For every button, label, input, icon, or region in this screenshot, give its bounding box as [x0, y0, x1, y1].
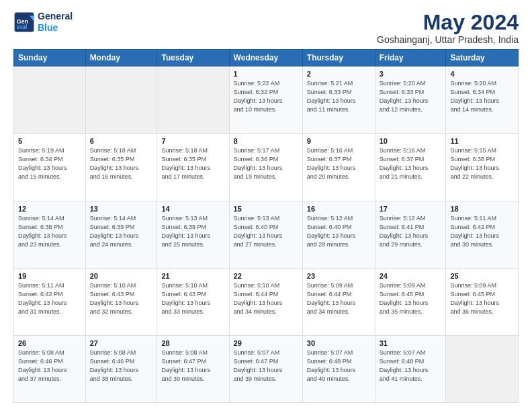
day-number: 20	[90, 272, 153, 280]
cell-info: Sunrise: 5:14 AM Sunset: 6:39 PM Dayligh…	[90, 214, 153, 249]
day-number: 23	[307, 272, 371, 280]
day-number: 7	[161, 137, 224, 145]
cell-info: Sunrise: 5:21 AM Sunset: 6:33 PM Dayligh…	[307, 79, 371, 114]
cell-info: Sunrise: 5:16 AM Sunset: 6:37 PM Dayligh…	[307, 146, 371, 181]
cell-info: Sunrise: 5:08 AM Sunset: 6:47 PM Dayligh…	[161, 349, 224, 383]
calendar-cell: 2Sunrise: 5:21 AM Sunset: 6:33 PM Daylig…	[302, 66, 375, 134]
day-number: 15	[234, 205, 298, 213]
cell-info: Sunrise: 5:10 AM Sunset: 6:43 PM Dayligh…	[161, 281, 224, 316]
logo-text: General Blue	[38, 11, 73, 34]
column-header-saturday: Saturday	[446, 50, 519, 66]
calendar-cell: 10Sunrise: 5:16 AM Sunset: 6:37 PM Dayli…	[375, 134, 446, 201]
column-header-thursday: Thursday	[302, 50, 375, 66]
calendar-cell: 17Sunrise: 5:12 AM Sunset: 6:41 PM Dayli…	[375, 201, 446, 268]
column-header-sunday: Sunday	[14, 50, 86, 66]
week-row-2: 5Sunrise: 5:19 AM Sunset: 6:34 PM Daylig…	[14, 134, 519, 201]
header: Gen eral General Blue May 2024 Goshainga…	[13, 11, 519, 45]
calendar-cell: 25Sunrise: 5:09 AM Sunset: 6:45 PM Dayli…	[446, 268, 519, 335]
day-number: 16	[307, 205, 371, 213]
main-title: May 2024	[377, 11, 519, 34]
day-number: 17	[380, 205, 442, 213]
calendar-cell: 18Sunrise: 5:11 AM Sunset: 6:42 PM Dayli…	[446, 201, 519, 268]
calendar-cell: 5Sunrise: 5:19 AM Sunset: 6:34 PM Daylig…	[14, 134, 86, 201]
calendar-cell	[446, 335, 519, 402]
day-number: 22	[234, 272, 298, 280]
cell-info: Sunrise: 5:09 AM Sunset: 6:45 PM Dayligh…	[380, 281, 442, 316]
week-row-3: 12Sunrise: 5:14 AM Sunset: 6:38 PM Dayli…	[14, 201, 519, 268]
cell-info: Sunrise: 5:14 AM Sunset: 6:38 PM Dayligh…	[18, 214, 81, 249]
calendar-cell: 31Sunrise: 5:07 AM Sunset: 6:48 PM Dayli…	[375, 335, 446, 402]
cell-info: Sunrise: 5:11 AM Sunset: 6:42 PM Dayligh…	[450, 214, 514, 249]
calendar-cell: 13Sunrise: 5:14 AM Sunset: 6:39 PM Dayli…	[85, 201, 157, 268]
calendar-table: SundayMondayTuesdayWednesdayThursdayFrid…	[13, 49, 519, 403]
cell-info: Sunrise: 5:18 AM Sunset: 6:35 PM Dayligh…	[90, 146, 153, 181]
day-number: 24	[380, 272, 442, 280]
cell-info: Sunrise: 5:07 AM Sunset: 6:48 PM Dayligh…	[380, 349, 442, 383]
calendar-cell: 22Sunrise: 5:10 AM Sunset: 6:44 PM Dayli…	[229, 268, 302, 335]
day-number: 9	[307, 137, 371, 145]
day-number: 28	[161, 339, 224, 347]
cell-info: Sunrise: 5:20 AM Sunset: 6:34 PM Dayligh…	[450, 79, 514, 114]
day-number: 30	[307, 339, 371, 347]
day-number: 4	[450, 70, 514, 78]
calendar-cell: 11Sunrise: 5:15 AM Sunset: 6:38 PM Dayli…	[446, 134, 519, 201]
calendar-cell: 9Sunrise: 5:16 AM Sunset: 6:37 PM Daylig…	[302, 134, 375, 201]
day-number: 8	[234, 137, 298, 145]
cell-info: Sunrise: 5:10 AM Sunset: 6:44 PM Dayligh…	[234, 281, 298, 316]
cell-info: Sunrise: 5:13 AM Sunset: 6:39 PM Dayligh…	[161, 214, 224, 249]
column-header-wednesday: Wednesday	[229, 50, 302, 66]
title-block: May 2024 Goshainganj, Uttar Pradesh, Ind…	[377, 11, 519, 45]
calendar-cell: 1Sunrise: 5:22 AM Sunset: 6:32 PM Daylig…	[229, 66, 302, 134]
cell-info: Sunrise: 5:12 AM Sunset: 6:41 PM Dayligh…	[380, 214, 442, 249]
calendar-cell: 27Sunrise: 5:08 AM Sunset: 6:46 PM Dayli…	[85, 335, 157, 402]
logo-icon: Gen eral	[13, 11, 35, 33]
cell-info: Sunrise: 5:19 AM Sunset: 6:34 PM Dayligh…	[18, 146, 81, 181]
calendar-body: 1Sunrise: 5:22 AM Sunset: 6:32 PM Daylig…	[14, 66, 519, 403]
calendar-cell: 6Sunrise: 5:18 AM Sunset: 6:35 PM Daylig…	[85, 134, 157, 201]
svg-text:eral: eral	[17, 24, 28, 30]
calendar-cell: 3Sunrise: 5:20 AM Sunset: 6:33 PM Daylig…	[375, 66, 446, 134]
cell-info: Sunrise: 5:11 AM Sunset: 6:42 PM Dayligh…	[18, 281, 81, 316]
day-number: 3	[380, 70, 442, 78]
calendar-header: SundayMondayTuesdayWednesdayThursdayFrid…	[14, 50, 519, 66]
calendar-cell: 24Sunrise: 5:09 AM Sunset: 6:45 PM Dayli…	[375, 268, 446, 335]
cell-info: Sunrise: 5:22 AM Sunset: 6:32 PM Dayligh…	[234, 79, 298, 114]
calendar-cell: 30Sunrise: 5:07 AM Sunset: 6:48 PM Dayli…	[302, 335, 375, 402]
calendar-cell: 23Sunrise: 5:09 AM Sunset: 6:44 PM Dayli…	[302, 268, 375, 335]
day-number: 27	[90, 339, 153, 347]
day-number: 21	[161, 272, 224, 280]
calendar-cell	[157, 66, 229, 134]
week-row-5: 26Sunrise: 5:08 AM Sunset: 6:46 PM Dayli…	[14, 335, 519, 402]
cell-info: Sunrise: 5:15 AM Sunset: 6:38 PM Dayligh…	[450, 146, 514, 181]
cell-info: Sunrise: 5:13 AM Sunset: 6:40 PM Dayligh…	[234, 214, 298, 249]
header-row: SundayMondayTuesdayWednesdayThursdayFrid…	[14, 50, 519, 66]
calendar-cell: 28Sunrise: 5:08 AM Sunset: 6:47 PM Dayli…	[157, 335, 229, 402]
calendar-cell: 12Sunrise: 5:14 AM Sunset: 6:38 PM Dayli…	[14, 201, 86, 268]
day-number: 1	[234, 70, 298, 78]
calendar-cell: 8Sunrise: 5:17 AM Sunset: 6:36 PM Daylig…	[229, 134, 302, 201]
day-number: 18	[450, 205, 514, 213]
column-header-friday: Friday	[375, 50, 446, 66]
calendar-cell: 29Sunrise: 5:07 AM Sunset: 6:47 PM Dayli…	[229, 335, 302, 402]
day-number: 6	[90, 137, 153, 145]
day-number: 26	[18, 339, 81, 347]
cell-info: Sunrise: 5:12 AM Sunset: 6:40 PM Dayligh…	[307, 214, 371, 249]
cell-info: Sunrise: 5:10 AM Sunset: 6:43 PM Dayligh…	[90, 281, 153, 316]
week-row-1: 1Sunrise: 5:22 AM Sunset: 6:32 PM Daylig…	[14, 66, 519, 134]
calendar-cell: 15Sunrise: 5:13 AM Sunset: 6:40 PM Dayli…	[229, 201, 302, 268]
week-row-4: 19Sunrise: 5:11 AM Sunset: 6:42 PM Dayli…	[14, 268, 519, 335]
day-number: 14	[161, 205, 224, 213]
calendar-cell	[14, 66, 86, 134]
cell-info: Sunrise: 5:09 AM Sunset: 6:45 PM Dayligh…	[450, 281, 514, 316]
cell-info: Sunrise: 5:07 AM Sunset: 6:48 PM Dayligh…	[307, 349, 371, 383]
calendar-cell: 4Sunrise: 5:20 AM Sunset: 6:34 PM Daylig…	[446, 66, 519, 134]
calendar-cell: 16Sunrise: 5:12 AM Sunset: 6:40 PM Dayli…	[302, 201, 375, 268]
calendar-cell: 21Sunrise: 5:10 AM Sunset: 6:43 PM Dayli…	[157, 268, 229, 335]
cell-info: Sunrise: 5:08 AM Sunset: 6:46 PM Dayligh…	[18, 349, 81, 383]
calendar-cell: 20Sunrise: 5:10 AM Sunset: 6:43 PM Dayli…	[85, 268, 157, 335]
calendar-page: Gen eral General Blue May 2024 Goshainga…	[0, 0, 532, 411]
column-header-tuesday: Tuesday	[157, 50, 229, 66]
cell-info: Sunrise: 5:09 AM Sunset: 6:44 PM Dayligh…	[307, 281, 371, 316]
day-number: 5	[18, 137, 81, 145]
subtitle: Goshainganj, Uttar Pradesh, India	[377, 34, 519, 45]
